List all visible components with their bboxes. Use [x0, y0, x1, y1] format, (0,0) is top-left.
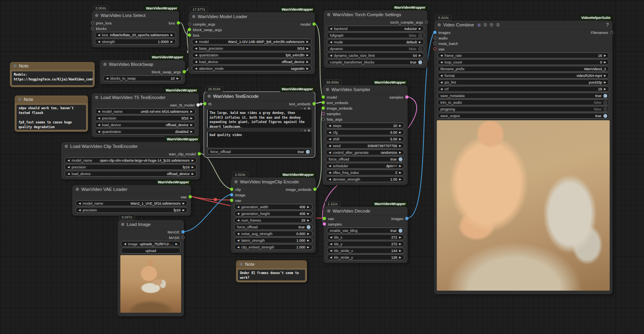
collapse-dot-icon[interactable]	[327, 209, 330, 213]
input-meta_batch[interactable]: meta_batch	[433, 41, 458, 46]
decrement-arrow-icon[interactable]: ◀	[98, 123, 100, 127]
input-t5[interactable]: t5	[203, 102, 212, 106]
increment-arrow-icon[interactable]: ▶	[307, 40, 309, 43]
input-image-port[interactable]	[230, 193, 233, 196]
widget-image[interactable]: ◀imageuploads_752f87c2-2d...▶	[121, 241, 181, 247]
decrement-arrow-icon[interactable]: ◀	[237, 246, 239, 249]
input-image_embeds-port[interactable]	[322, 106, 325, 110]
input-audio[interactable]: audio	[433, 36, 447, 40]
input-blocks-port[interactable]	[91, 27, 94, 30]
decrement-arrow-icon[interactable]: ◀	[440, 54, 442, 57]
node-header[interactable]: Load Image	[118, 220, 184, 229]
output-lora[interactable]: lora	[168, 21, 180, 25]
widget-mode[interactable]: ◀modedefault▶	[327, 39, 424, 45]
output-torch_compile_args[interactable]: torch_compile_args	[390, 20, 428, 24]
output-wan_t5_model-port[interactable]	[197, 103, 200, 106]
output-wan_clip_model-port[interactable]	[198, 152, 201, 155]
collapse-dot-icon[interactable]	[121, 223, 124, 226]
help-icon[interactable]: ?	[606, 22, 609, 28]
widget-save_metadata[interactable]: save_metadatatrue	[437, 93, 609, 99]
increment-arrow-icon[interactable]: ▶	[604, 61, 606, 64]
video-combine[interactable]: 0.424sVideoHelperSuiteVideo Combine▥ⓋⒽⓈ?…	[434, 21, 612, 294]
increment-arrow-icon[interactable]: ▶	[307, 246, 309, 249]
decrement-arrow-icon[interactable]: ◀	[237, 239, 239, 242]
output-text_embeds[interactable]: text_embeds	[289, 102, 316, 106]
widget-crf[interactable]: ◀crf19▶	[437, 86, 609, 92]
widget-shift[interactable]: ◀shift5.00▶	[326, 136, 404, 142]
output-samples[interactable]: samples	[389, 95, 408, 99]
note-text[interactable]: Under 81 frames doesn't seem to work?	[238, 270, 305, 280]
increment-arrow-icon[interactable]: ▶	[307, 47, 309, 50]
wanvideo-imageclip-encode[interactable]: 2.024sWanVideoWrapperWanVideo ImageClip …	[231, 177, 316, 253]
input-samples-port[interactable]	[322, 112, 325, 115]
widget-riflex_freq_index[interactable]: ◀riflex_freq_index0▶	[326, 170, 404, 175]
panel-icon[interactable]: ▣	[307, 107, 310, 110]
output-Filenames-port[interactable]	[610, 31, 613, 34]
increment-arrow-icon[interactable]: ▶	[399, 178, 401, 181]
reroute-dot[interactable]	[200, 103, 202, 106]
output-images[interactable]: images	[391, 216, 408, 221]
increment-arrow-icon[interactable]: ▶	[399, 124, 401, 127]
decrement-arrow-icon[interactable]: ◀	[98, 34, 100, 37]
increment-arrow-icon[interactable]: ▶	[171, 34, 173, 37]
input-images[interactable]: images	[433, 30, 451, 35]
input-model-port[interactable]	[322, 95, 325, 99]
note-models[interactable]: NoteModels: https://huggingface.co/Kijai…	[10, 62, 95, 87]
output-model-port[interactable]	[313, 22, 316, 26]
widget-save_output[interactable]: save_outputtrue	[437, 113, 609, 119]
widget-attention_mode[interactable]: ◀attention_modesageattn▶	[192, 65, 312, 71]
widget-force_offload[interactable]: force_offloadtrue	[326, 156, 404, 162]
wanvideo-torch-compile-settings[interactable]: WanVideoWrapperWanVideo Torch Compile Se…	[324, 10, 427, 68]
input-meta_batch-port[interactable]	[433, 42, 436, 45]
widget-strength[interactable]: ◀strength1.0000▶	[95, 39, 176, 45]
output-MASK-port[interactable]	[182, 236, 185, 239]
node-header[interactable]: Load WanVideo Clip TextEncoder	[61, 142, 200, 151]
toggle-knob[interactable]	[603, 114, 607, 118]
increment-arrow-icon[interactable]: ▶	[399, 249, 401, 252]
decrement-arrow-icon[interactable]: ◀	[329, 171, 331, 174]
collapse-dot-icon[interactable]	[240, 263, 243, 266]
decrement-arrow-icon[interactable]: ◀	[329, 144, 331, 147]
note-frames[interactable]: NoteUnder 81 frames doesn't seem to work…	[236, 260, 307, 282]
widget-fullgraph[interactable]: fullgraphfalse	[327, 32, 424, 38]
decrement-arrow-icon[interactable]: ◀	[237, 232, 239, 235]
decrement-arrow-icon[interactable]: ◀	[195, 67, 197, 70]
toggle-knob[interactable]	[306, 150, 310, 154]
collapse-dot-icon[interactable]	[76, 188, 79, 191]
collapse-dot-icon[interactable]	[327, 13, 330, 16]
increment-arrow-icon[interactable]: ▶	[307, 54, 309, 57]
widget-load_device[interactable]: ◀load_deviceoffload_device▶	[192, 59, 312, 65]
collapse-dot-icon[interactable]	[192, 15, 195, 18]
output-block_swap_args[interactable]: block_swap_args	[152, 70, 186, 74]
decrement-arrow-icon[interactable]: ◀	[98, 117, 100, 120]
toggle-knob[interactable]	[418, 60, 422, 64]
increment-arrow-icon[interactable]: ▶	[192, 172, 194, 175]
input-compile_args[interactable]: compile_args	[188, 22, 215, 26]
increment-arrow-icon[interactable]: ▶	[177, 77, 179, 80]
input-feta_args-port[interactable]	[322, 118, 325, 121]
increment-arrow-icon[interactable]: ▶	[399, 151, 401, 154]
decrement-arrow-icon[interactable]: ◀	[330, 41, 332, 44]
increment-arrow-icon[interactable]: ▶	[399, 164, 401, 168]
node-header[interactable]: WanVideo Torch Compile Settings	[324, 10, 427, 19]
output-IMAGE-port[interactable]	[182, 230, 185, 233]
widget-quantization[interactable]: ◀quantizationdisabled▶	[95, 129, 196, 134]
input-image_embeds[interactable]: image_embeds	[322, 106, 352, 110]
increment-arrow-icon[interactable]: ▶	[183, 202, 185, 205]
decrement-arrow-icon[interactable]: ◀	[329, 138, 331, 141]
input-text_embeds[interactable]: text_embeds	[322, 101, 348, 105]
widget-precision[interactable]: ◀precisionfp16▶	[75, 207, 188, 213]
input-t5-port[interactable]	[203, 102, 206, 105]
circle-icon[interactable]: ○	[301, 129, 302, 132]
input-block_swap_args-port[interactable]	[188, 28, 191, 31]
increment-arrow-icon[interactable]: ▶	[307, 205, 309, 209]
widget-load_device[interactable]: ◀load_deviceoffload_device▶	[95, 122, 196, 128]
toggle-knob[interactable]	[307, 225, 311, 229]
widget-generation_height[interactable]: ◀generation_height408▶	[234, 211, 313, 216]
wanvideo-blockswap[interactable]: WanVideoWrapperWanVideo BlockSwapblock_s…	[100, 60, 185, 84]
collapse-dot-icon[interactable]	[95, 14, 98, 17]
decrement-arrow-icon[interactable]: ◀	[79, 209, 80, 212]
collapse-dot-icon[interactable]	[95, 96, 98, 99]
widget-dynamic[interactable]: dynamicfalse	[327, 46, 424, 52]
decrement-arrow-icon[interactable]: ◀	[195, 47, 197, 50]
